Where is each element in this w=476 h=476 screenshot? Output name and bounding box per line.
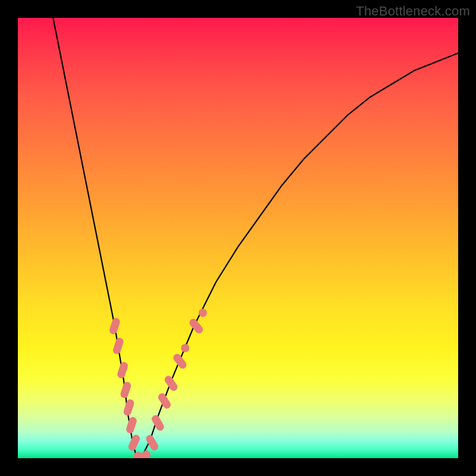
curve-marker-capsule	[145, 434, 159, 452]
curve-marker-capsule	[127, 434, 142, 452]
curve-marker-capsule	[156, 392, 172, 410]
curve-marker-capsule	[125, 416, 137, 434]
curve-marker-capsule	[172, 352, 188, 370]
curve-marker-capsule	[188, 317, 205, 335]
bottleneck-curve	[53, 18, 458, 458]
plot-area	[18, 18, 458, 458]
curve-marker-dot	[142, 450, 151, 458]
curve-marker-capsule	[151, 414, 165, 432]
curve-marker-capsule	[112, 337, 124, 355]
curve-marker-capsule	[163, 374, 179, 392]
curve-marker-dot	[199, 309, 207, 317]
curve-marker-capsule	[117, 361, 129, 380]
curve-marker-dot	[181, 344, 189, 352]
watermark-text: TheBottleneck.com	[356, 4, 470, 19]
curve-marker-capsule	[108, 317, 121, 336]
chart-svg	[18, 18, 458, 458]
curve-marker-capsule	[123, 399, 135, 417]
curve-marker-capsule	[120, 381, 132, 399]
chart-container: TheBottleneck.com	[0, 0, 476, 476]
